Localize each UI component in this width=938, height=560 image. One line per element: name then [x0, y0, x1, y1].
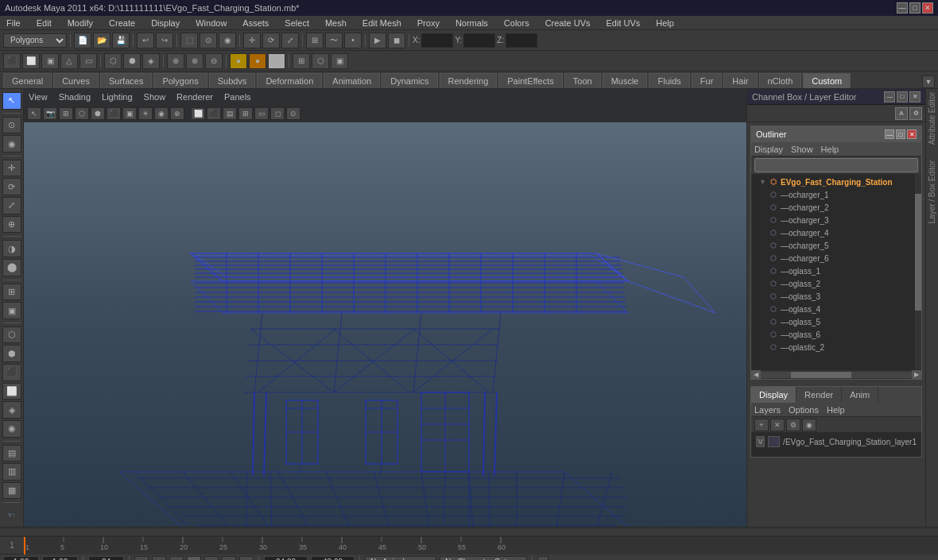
step-fwd-btn[interactable]: ▶▶ [222, 556, 236, 561]
paint-select-tool[interactable]: ◉ [2, 135, 21, 153]
menu-colors[interactable]: Colors [501, 18, 533, 28]
lasso-tool[interactable]: ⊙ [2, 117, 21, 134]
tree-item-plastic2[interactable]: ⬡ —o plastic_2 [753, 341, 913, 353]
camera-btn[interactable]: ▣ [331, 53, 348, 69]
outliner-horizontal-scrollbar[interactable]: ◀ ▶ [751, 369, 921, 379]
poly-sphere-btn[interactable]: ⬛ [3, 53, 21, 69]
move-btn[interactable]: ✛ [243, 33, 261, 48]
vp-solid-btn[interactable]: ⬛ [107, 107, 121, 120]
vp-poly-btn[interactable]: ⬡ [75, 107, 89, 120]
combine-btn[interactable]: ⊕ [167, 53, 184, 69]
menu-create-uvs[interactable]: Create UVs [542, 18, 594, 28]
vp-light-btn[interactable]: ☀ [138, 107, 153, 120]
menu-select[interactable]: Select [281, 18, 312, 28]
ipr-btn[interactable]: ◼ [388, 33, 405, 48]
vp-heads-up[interactable]: ⊙ [286, 107, 300, 120]
tree-item-glass3[interactable]: ⬡ —o glass_3 [753, 290, 913, 303]
outliner-search-box[interactable] [754, 158, 918, 172]
vp-menu-renderer[interactable]: Renderer [176, 92, 213, 102]
menu-proxy[interactable]: Proxy [414, 18, 443, 28]
vp-camera-btn[interactable]: 📷 [43, 107, 57, 120]
undo-btn[interactable]: ↩ [137, 33, 154, 48]
camera-tool[interactable]: ▣ [2, 302, 21, 319]
layer-tab-display[interactable]: Display [751, 387, 797, 403]
tab-ncloth[interactable]: nCloth [759, 73, 802, 88]
channel-box-minimize[interactable]: — [884, 91, 895, 102]
vp-menu-lighting[interactable]: Lighting [102, 92, 133, 102]
go-to-start-btn[interactable]: ⏮ [134, 556, 149, 561]
tab-animation[interactable]: Animation [324, 73, 380, 88]
rotate-tool[interactable]: ⟳ [2, 178, 21, 195]
menu-edit[interactable]: Edit [33, 18, 55, 28]
outliner-maximize[interactable]: □ [896, 129, 905, 139]
menu-help[interactable]: Help [653, 18, 677, 28]
tree-item-glass4[interactable]: ⬡ —o glass_4 [753, 303, 913, 315]
y-input[interactable] [463, 33, 495, 48]
vp-display3[interactable]: ▤ [223, 107, 237, 120]
delete-layer-btn[interactable]: ✕ [770, 419, 785, 431]
poly-cube-btn[interactable]: ⬜ [22, 53, 40, 69]
tab-deformation[interactable]: Deformation [257, 73, 322, 88]
vp-menu-show[interactable]: Show [144, 92, 166, 102]
outliner-vertical-scrollbar[interactable] [915, 174, 921, 369]
poly-cone-btn[interactable]: △ [60, 53, 78, 69]
tab-fur[interactable]: Fur [692, 73, 723, 88]
tree-item-charger5[interactable]: ⬡ —o charger_5 [753, 239, 913, 252]
scrollbar-thumb[interactable] [791, 372, 851, 378]
timeline-ruler[interactable]: 1 5 10 15 20 25 30 35 40 [24, 537, 938, 554]
tree-item-charger4[interactable]: ⬡ —o charger_4 [753, 226, 913, 239]
bridge-btn[interactable]: ⬢ [123, 53, 141, 69]
tab-dynamics[interactable]: Dynamics [382, 73, 437, 88]
go-to-end-btn[interactable]: ⏭ [239, 556, 254, 561]
vp-wire-btn[interactable]: ⬢ [91, 107, 105, 120]
vp-resolution-gate[interactable]: ⊞ [238, 107, 253, 120]
range-end-field[interactable] [311, 556, 355, 561]
tree-item-glass5[interactable]: ⬡ —o glass_5 [753, 315, 913, 328]
tab-muscle[interactable]: Muscle [603, 73, 648, 88]
z-input[interactable] [506, 33, 537, 48]
anim-layers-btn[interactable]: ▦ [2, 482, 21, 500]
extrude-btn[interactable]: ⬡ [104, 53, 122, 69]
vp-select-mask-btn[interactable]: ↖ [27, 107, 41, 120]
split-poly-tool[interactable]: ⬢ [2, 345, 21, 362]
soft-mod-tool[interactable]: ◑ [2, 240, 21, 257]
anim-layer-dropdown[interactable]: No Anim Layer [365, 556, 436, 561]
attr-editor-label[interactable]: Attribute Editor [928, 92, 936, 145]
tool-settings-icon[interactable]: ⚙ [909, 107, 922, 120]
layer-color-swatch[interactable] [768, 436, 780, 447]
viewport-3d[interactable]: View Shading Lighting Show Renderer Pane… [24, 89, 746, 527]
scrollbar-track[interactable] [761, 372, 912, 378]
layer-editor-label[interactable]: Layer / Box Editor [928, 160, 936, 223]
layer-tab-anim[interactable]: Anim [842, 387, 878, 403]
layer-settings-btn[interactable]: ⚙ [786, 419, 800, 431]
display-layers-btn[interactable]: ▤ [2, 445, 21, 462]
layer-tab-render[interactable]: Render [797, 387, 842, 403]
anim-options-btn[interactable]: ▼ [537, 556, 548, 561]
tree-item-glass6[interactable]: ⬡ —o glass_6 [753, 328, 913, 341]
tab-general[interactable]: General [3, 73, 52, 88]
vp-safe-area[interactable]: ◻ [270, 107, 285, 120]
x-input[interactable] [421, 33, 453, 48]
attr-editor-icon[interactable]: A [895, 107, 908, 120]
scale-tool[interactable]: ⤢ [2, 197, 21, 214]
minimize-button[interactable]: — [897, 2, 908, 14]
offset-edge-tool[interactable]: ⬛ [2, 364, 21, 381]
outliner-menu-show[interactable]: Show [791, 145, 813, 154]
layer-visibility-btn[interactable]: V [756, 436, 765, 447]
snap-grid-btn[interactable]: ⊞ [306, 33, 324, 48]
tree-item-charger6[interactable]: ⬡ —o charger_6 [753, 252, 913, 265]
paint-skin-tool[interactable]: ◈ [2, 401, 21, 419]
snap-curve-btn[interactable]: 〜 [325, 33, 343, 48]
tab-rendering[interactable]: Rendering [440, 73, 498, 88]
tree-item-glass1[interactable]: ⬡ —o glass_1 [753, 265, 913, 277]
vp-isolate-btn[interactable]: ⊕ [170, 107, 184, 120]
vp-grid-btn[interactable]: ⊞ [59, 107, 73, 120]
tree-item-glass2[interactable]: ⬡ —o glass_2 [753, 277, 913, 290]
scroll-right-btn[interactable]: ▶ [912, 370, 921, 380]
open-scene-btn[interactable]: 📂 [93, 33, 110, 48]
outliner-minimize[interactable]: — [885, 129, 894, 139]
layer-menu-help[interactable]: Help [827, 405, 845, 415]
step-back-btn[interactable]: ◀◀ [152, 556, 166, 561]
new-scene-btn[interactable]: 📄 [74, 33, 91, 48]
append-poly-tool[interactable]: ⬜ [2, 383, 21, 400]
